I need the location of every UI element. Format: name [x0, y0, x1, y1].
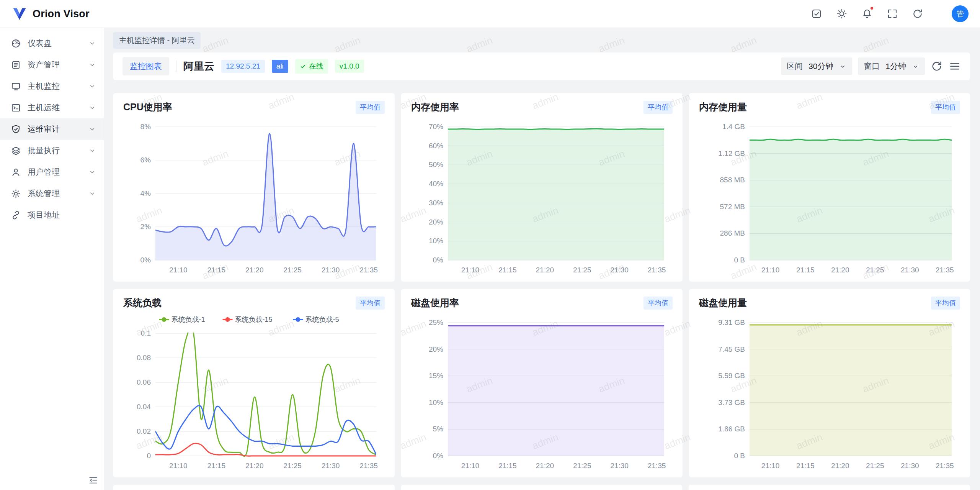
svg-text:70%: 70%: [429, 123, 443, 131]
chart-card-head: CPU使用率平均值: [123, 101, 385, 118]
breadcrumb[interactable]: 主机监控详情 - 阿里云: [113, 32, 201, 49]
divider: [176, 61, 176, 72]
sidebar-item-label: 批量执行: [28, 145, 82, 156]
display-options-button[interactable]: [949, 60, 961, 72]
chevron-down-icon: [88, 125, 96, 133]
chart-card-head: 内存使用量平均值: [699, 101, 960, 118]
svg-text:21:25: 21:25: [866, 462, 884, 470]
sidebar-item-label: 资产管理: [28, 59, 82, 70]
sidebar-item-dashboard[interactable]: 仪表盘: [0, 33, 104, 54]
svg-text:21:10: 21:10: [461, 462, 480, 470]
sidebar-item-label: 用户管理: [28, 167, 82, 177]
refresh-button[interactable]: [931, 60, 943, 72]
chart-card-cpu-usage: CPU使用率平均值0%2%4%6%8%21:1021:1521:2021:252…: [113, 93, 395, 282]
chevron-down-icon: [88, 168, 96, 176]
bell-icon[interactable]: [861, 8, 873, 20]
svg-text:0.08: 0.08: [137, 354, 151, 362]
svg-text:21:10: 21:10: [761, 266, 780, 274]
sidebar-item-ops-audit[interactable]: 运维审计: [0, 118, 104, 140]
brightness-icon[interactable]: [836, 8, 848, 20]
window-label: 窗口: [864, 61, 880, 72]
interval-label: 区间: [787, 61, 803, 72]
svg-text:21:10: 21:10: [169, 266, 188, 274]
svg-text:21:15: 21:15: [796, 266, 815, 274]
chevron-down-icon: [88, 190, 96, 197]
fullscreen-icon[interactable]: [887, 8, 898, 20]
svg-text:15%: 15%: [429, 372, 443, 380]
sidebar-item-project-url[interactable]: 项目地址: [0, 204, 104, 226]
svg-text:0: 0: [147, 452, 151, 460]
average-tag: 平均值: [931, 297, 960, 310]
chart-title: 磁盘使用率: [411, 297, 459, 309]
chart-disk-usage-rate[interactable]: 0%5%10%15%20%25%21:1021:1521:2021:2521:3…: [411, 313, 673, 473]
sidebar-item-host-monitor[interactable]: 主机监控: [0, 75, 104, 97]
chart-card-head: 磁盘使用率平均值: [411, 297, 673, 313]
svg-text:21:30: 21:30: [322, 462, 340, 470]
svg-text:0.04: 0.04: [137, 403, 151, 411]
link-icon: [11, 210, 21, 220]
svg-text:21:25: 21:25: [866, 266, 884, 274]
breadcrumb-row: 主机监控详情 - 阿里云: [113, 28, 970, 52]
notification-badge: [870, 6, 874, 10]
audit-icon: [11, 124, 21, 134]
svg-text:21:30: 21:30: [901, 266, 919, 274]
app-title: Orion Visor: [33, 8, 90, 20]
chart-disk-usage-amount[interactable]: 0 B1.86 GB3.73 GB5.59 GB7.45 GB9.31 GB21…: [699, 313, 960, 473]
host-header-card: 监控图表 阿里云 12.92.5.21 ali 在线 v1.0.0 区间 30分…: [113, 52, 970, 80]
batch-icon: [11, 146, 21, 156]
svg-text:0 B: 0 B: [734, 452, 745, 460]
sidebar-collapse-icon[interactable]: [88, 475, 98, 485]
interval-select[interactable]: 区间 30分钟: [781, 57, 852, 75]
chevron-down-icon: [839, 63, 846, 70]
host-monitor-icon: [11, 81, 21, 92]
svg-text:21:35: 21:35: [359, 266, 378, 274]
svg-text:21:20: 21:20: [831, 462, 849, 470]
average-tag: 平均值: [644, 101, 673, 114]
svg-text:572 MB: 572 MB: [720, 203, 745, 211]
svg-text:21:30: 21:30: [610, 462, 629, 470]
svg-text:21:35: 21:35: [648, 266, 666, 274]
host-name: 阿里云: [183, 59, 214, 73]
sidebar-item-assets[interactable]: 资产管理: [0, 54, 104, 75]
svg-text:21:35: 21:35: [648, 462, 666, 470]
chart-grid-row-2: 系统负载平均值00.020.040.060.080.121:1021:1521:…: [113, 289, 970, 477]
sidebar-item-user-mgmt[interactable]: 用户管理: [0, 161, 104, 183]
svg-text:40%: 40%: [429, 180, 443, 188]
svg-text:10%: 10%: [429, 237, 443, 245]
chart-memory-usage-amount[interactable]: 0 B286 MB572 MB858 MB1.12 GB1.4 GB21:102…: [699, 118, 960, 277]
window-select[interactable]: 窗口 1分钟: [858, 57, 925, 75]
dashboard-icon: [11, 38, 21, 49]
svg-text:2%: 2%: [140, 223, 151, 231]
svg-text:21:10: 21:10: [761, 462, 780, 470]
svg-text:21:20: 21:20: [831, 266, 849, 274]
chevron-down-icon: [912, 63, 919, 70]
chart-card-head: 内存使用率平均值: [411, 101, 673, 118]
chevron-down-icon: [88, 39, 96, 47]
sidebar-item-system-mgmt[interactable]: 系统管理: [0, 183, 104, 204]
sidebar-item-batch-exec[interactable]: 批量执行: [0, 140, 104, 161]
check-icon: [300, 63, 306, 70]
svg-text:0%: 0%: [140, 256, 151, 264]
check-square-icon[interactable]: [811, 8, 822, 20]
chart-system-load[interactable]: 00.020.040.060.080.121:1021:1521:2021:25…: [123, 313, 385, 473]
svg-text:1.86 GB: 1.86 GB: [718, 425, 745, 433]
svg-text:3.73 GB: 3.73 GB: [718, 398, 745, 406]
svg-text:21:15: 21:15: [207, 462, 225, 470]
avatar[interactable]: 管: [952, 5, 969, 22]
monitor-chart-mode-button[interactable]: 监控图表: [122, 57, 169, 75]
gear-icon[interactable]: [937, 8, 949, 20]
svg-text:系统负载-1: 系统负载-1: [172, 316, 205, 323]
sidebar-item-label: 系统管理: [28, 188, 82, 199]
sidebar-item-host-ops[interactable]: 主机运维: [0, 97, 104, 118]
version-tag: v1.0.0: [335, 60, 364, 73]
chart-cpu-usage[interactable]: 0%2%4%6%8%21:1021:1521:2021:2521:3021:35: [123, 118, 385, 277]
app-logo: Orion Visor: [11, 6, 90, 22]
chart-memory-usage-rate[interactable]: 0%10%20%30%40%50%60%70%21:1021:1521:2021…: [411, 118, 673, 277]
svg-text:858 MB: 858 MB: [720, 176, 745, 184]
refresh-icon[interactable]: [912, 8, 923, 20]
svg-text:21:35: 21:35: [359, 462, 378, 470]
host-ip-tag: 12.92.5.21: [221, 60, 265, 73]
average-tag: 平均值: [931, 101, 960, 114]
svg-text:0.02: 0.02: [137, 427, 151, 435]
chart-card-disk-usage-amount: 磁盘使用量平均值0 B1.86 GB3.73 GB5.59 GB7.45 GB9…: [689, 289, 970, 477]
